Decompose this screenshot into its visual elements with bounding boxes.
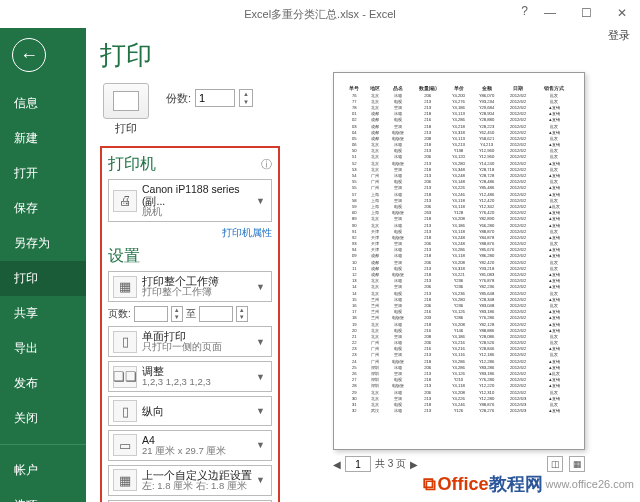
maximize-button[interactable]: ☐ [568, 0, 604, 26]
sidebar-item-0[interactable]: 信息 [0, 86, 86, 121]
copies-spinner[interactable]: ▲▼ [239, 89, 253, 107]
print-what-selector[interactable]: ▦ 打印整个工作簿打印整个工作簿 ▼ [108, 271, 272, 302]
sidebar-footer-1[interactable]: 选项 [0, 488, 86, 502]
printer-selector[interactable]: 🖨 Canon iP1188 series (副... 脱机 ▼ [108, 179, 272, 222]
close-button[interactable]: ✕ [604, 0, 640, 26]
window-title: Excel多重分类汇总.xlsx - Excel [244, 7, 396, 22]
collate-icon: ❏❏ [113, 366, 137, 388]
next-page-button[interactable]: ▶ [410, 459, 418, 470]
print-button[interactable]: 打印 [100, 83, 152, 136]
page-total-label: 共 3 页 [375, 457, 406, 471]
table-row: 32武汉冰箱213¥126¥28,2762012/6/3▲直销 [344, 408, 574, 414]
backstage-sidebar: ← 信息新建打开保存另存为打印共享导出发布关闭 帐户选项 [0, 28, 86, 502]
sidebar-item-3[interactable]: 保存 [0, 191, 86, 226]
workbook-icon: ▦ [113, 276, 137, 298]
show-margins-button[interactable]: ▦ [569, 456, 585, 472]
margins-selector[interactable]: ▦ 上一个自定义边距设置左: 1.8 厘米 右: 1.8 厘米 ▼ [108, 465, 272, 496]
portrait-icon: ▯ [113, 400, 137, 422]
chevron-down-icon: ▼ [254, 282, 267, 292]
sidebar-item-2[interactable]: 打开 [0, 156, 86, 191]
sides-selector[interactable]: ▯ 单面打印只打印一侧的页面 ▼ [108, 326, 272, 357]
office-logo-icon: ⧉ [423, 474, 436, 495]
sidebar-item-1[interactable]: 新建 [0, 121, 86, 156]
single-side-icon: ▯ [113, 331, 137, 353]
printer-status: 脱机 [142, 207, 254, 218]
pages-to-label: 至 [186, 307, 196, 321]
chevron-down-icon: ▼ [254, 372, 267, 382]
sidebar-item-9[interactable]: 关闭 [0, 401, 86, 436]
printer-name: Canon iP1188 series (副... [142, 183, 254, 207]
copies-input[interactable] [195, 89, 235, 107]
sidebar-item-5[interactable]: 打印 [0, 261, 86, 296]
title-bar: Excel多重分类汇总.xlsx - Excel ? — ☐ ✕ [0, 0, 640, 28]
print-button-label: 打印 [100, 121, 152, 136]
zoom-to-page-button[interactable]: ◫ [547, 456, 563, 472]
pages-label: 页数: [108, 307, 131, 321]
page-to-spin[interactable]: ▲▼ [236, 306, 248, 322]
page-title: 打印 [100, 38, 280, 73]
sidebar-item-7[interactable]: 导出 [0, 331, 86, 366]
help-icon[interactable]: ? [521, 4, 528, 18]
prev-page-button[interactable]: ◀ [333, 459, 341, 470]
sidebar-footer-0[interactable]: 帐户 [0, 453, 86, 488]
chevron-down-icon: ▼ [254, 196, 267, 206]
settings-heading: 设置 [108, 246, 140, 267]
orientation-selector[interactable]: ▯ 纵向 ▼ [108, 396, 272, 426]
printer-properties-link[interactable]: 打印机属性 [222, 227, 272, 238]
settings-highlight-box: 打印机 ⓘ 🖨 Canon iP1188 series (副... 脱机 ▼ 打… [100, 146, 280, 502]
paper-icon: ▭ [113, 434, 137, 456]
print-preview: 单号地区品名数量(箱)单价金额日期销售方式76北京冰箱206¥4,200¥86,… [292, 72, 626, 502]
watermark: ⧉ Office教程网 www.office26.com [423, 472, 634, 496]
margins-icon: ▦ [113, 469, 137, 491]
page-to-input[interactable] [199, 306, 233, 322]
paper-selector[interactable]: ▭ A421 厘米 x 29.7 厘米 ▼ [108, 430, 272, 461]
collate-selector[interactable]: ❏❏ 调整1,2,3 1,2,3 1,2,3 ▼ [108, 361, 272, 392]
back-button[interactable]: ← [12, 38, 46, 72]
chevron-down-icon: ▼ [254, 337, 267, 347]
preview-page: 单号地区品名数量(箱)单价金额日期销售方式76北京冰箱206¥4,200¥86,… [333, 72, 585, 450]
page-from-input[interactable] [134, 306, 168, 322]
printer-heading: 打印机 [108, 154, 156, 175]
chevron-down-icon: ▼ [254, 475, 267, 485]
sidebar-item-8[interactable]: 发布 [0, 366, 86, 401]
minimize-button[interactable]: — [532, 0, 568, 26]
printer-device-icon: 🖨 [113, 190, 137, 212]
copies-label: 份数: [166, 91, 191, 106]
page-number-input[interactable] [345, 456, 371, 472]
sidebar-item-4[interactable]: 另存为 [0, 226, 86, 261]
chevron-down-icon: ▼ [254, 406, 267, 416]
page-from-spin[interactable]: ▲▼ [171, 306, 183, 322]
chevron-down-icon: ▼ [254, 440, 267, 450]
printer-info-icon[interactable]: ⓘ [261, 157, 272, 172]
printer-icon [103, 83, 149, 119]
sidebar-item-6[interactable]: 共享 [0, 296, 86, 331]
